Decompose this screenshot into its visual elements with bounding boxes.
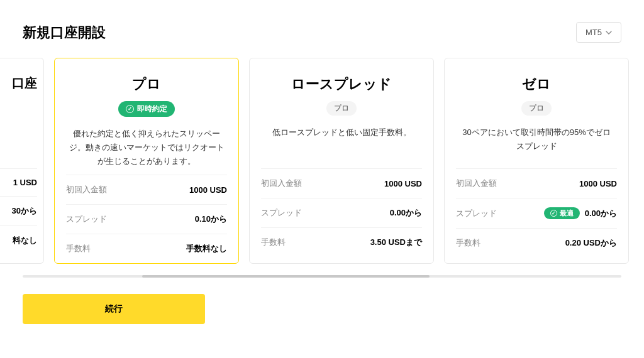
spec-row: 料なし	[0, 225, 37, 255]
pro-badge: プロ	[521, 101, 552, 116]
platform-select[interactable]: MT5	[576, 22, 621, 43]
badge-label: 即時約定	[137, 104, 167, 114]
spec-value: 手数料なし	[186, 243, 227, 254]
chevron-down-icon	[606, 30, 612, 36]
spec-value-text: 0.00から	[585, 208, 617, 219]
spec-row: スプレッド 0.00から	[261, 198, 422, 227]
spec-label: スプレッド	[456, 208, 497, 219]
spec-row: 手数料 3.50 USDまで	[261, 227, 422, 257]
account-card-pro[interactable]: プロ ✓ 即時約定 優れた約定と低く抑えられたスリッページ。動きの速いマーケット…	[54, 58, 239, 264]
card-description: 低ロースプレッドと低い固定手数料。	[270, 126, 414, 139]
spec-value: ✓ 最適 0.00から	[544, 207, 617, 219]
spec-value: 0.00から	[390, 207, 422, 219]
spec-value: 3.50 USDまで	[370, 237, 422, 248]
card-title: ゼロ	[522, 75, 551, 94]
instant-execution-badge: ✓ 即時約定	[118, 101, 175, 117]
horizontal-scrollbar-thumb[interactable]	[142, 275, 430, 278]
spec-value: 1000 USD	[579, 179, 617, 188]
optimal-badge: ✓ 最適	[544, 207, 580, 219]
account-card-raw-spread[interactable]: ロースプレッド プロ 低ロースプレッドと低い固定手数料。 初回入金額 1000 …	[249, 58, 434, 264]
spec-row: スプレッド 0.10から	[66, 204, 227, 234]
checkmark-circle-icon: ✓	[550, 210, 557, 217]
spec-label: 手数料	[66, 243, 91, 254]
card-title: プロ	[132, 75, 161, 94]
spec-row: 初回入金額 1000 USD	[456, 168, 617, 198]
platform-select-value: MT5	[586, 28, 602, 37]
spec-label: 初回入金額	[261, 178, 302, 189]
spec-label: 初回入金額	[456, 178, 497, 189]
spec-label: 手数料	[261, 237, 286, 248]
card-title: ロースプレッド	[291, 75, 392, 94]
account-card-zero[interactable]: ゼロ プロ 30ペアにおいて取引時間帯の95%でゼロスプレッド 初回入金額 10…	[444, 58, 629, 264]
spec-value: 1 USD	[13, 178, 37, 187]
horizontal-scrollbar-track[interactable]	[23, 275, 621, 278]
pro-badge: プロ	[326, 101, 357, 116]
account-card-partial[interactable]: 口座 1 USD 30から 料なし	[0, 58, 44, 264]
spec-row: 手数料 手数料なし	[66, 234, 227, 263]
spec-row: 初回入金額 1000 USD	[261, 168, 422, 198]
spec-row: スプレッド ✓ 最適 0.00から	[456, 198, 617, 228]
account-cards-scroller[interactable]: 口座 1 USD 30から 料なし プロ ✓ 即時約定	[0, 58, 644, 264]
spec-value: 30から	[12, 205, 37, 217]
card-description: 30ペアにおいて取引時間帯の95%でゼロスプレッド	[456, 126, 617, 153]
page-title: 新規口座開設	[23, 23, 106, 42]
spec-row: 1 USD	[0, 168, 37, 196]
continue-button[interactable]: 続行	[23, 294, 205, 324]
badge-label: 最適	[560, 209, 574, 218]
spec-label: 手数料	[456, 237, 480, 249]
spec-value: 1000 USD	[189, 185, 227, 195]
spec-row: 30から	[0, 196, 37, 225]
card-description: 優れた約定と低く抑えられたスリッページ。動きの速いマーケットではリクオートが生じ…	[66, 127, 227, 168]
spec-label: スプレッド	[261, 207, 302, 219]
spec-value: 0.20 USDから	[565, 237, 617, 249]
spec-label: 初回入金額	[66, 184, 107, 195]
spec-label: スプレッド	[66, 214, 107, 225]
spec-row: 初回入金額 1000 USD	[66, 175, 227, 204]
spec-row: 手数料 0.20 USDから	[456, 228, 617, 258]
spec-value: 0.10から	[195, 214, 227, 225]
card-title-fragment: 口座	[12, 75, 37, 92]
spec-value: 料なし	[13, 235, 37, 246]
spec-value: 1000 USD	[384, 179, 422, 188]
checkmark-circle-icon: ✓	[126, 105, 134, 113]
